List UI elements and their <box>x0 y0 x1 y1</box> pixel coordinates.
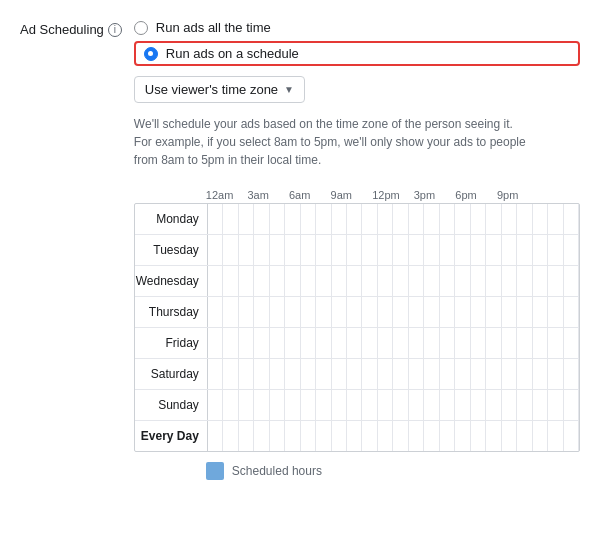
cell[interactable] <box>517 204 532 234</box>
cell[interactable] <box>424 359 439 389</box>
cell[interactable] <box>486 266 501 296</box>
cell[interactable] <box>223 328 238 358</box>
cell[interactable] <box>564 359 579 389</box>
cell[interactable] <box>393 390 408 420</box>
cell[interactable] <box>471 359 486 389</box>
cell[interactable] <box>270 266 285 296</box>
cell[interactable] <box>316 297 331 327</box>
cell[interactable] <box>517 297 532 327</box>
cell[interactable] <box>548 359 563 389</box>
cell[interactable] <box>455 359 470 389</box>
cell[interactable] <box>285 266 300 296</box>
info-icon[interactable]: i <box>108 23 122 37</box>
cell[interactable] <box>409 297 424 327</box>
cells-monday[interactable] <box>207 204 579 234</box>
cell[interactable] <box>362 266 377 296</box>
cell[interactable] <box>455 235 470 265</box>
cells-friday[interactable] <box>207 328 579 358</box>
cell[interactable] <box>270 359 285 389</box>
cell[interactable] <box>455 297 470 327</box>
cell[interactable] <box>440 421 455 451</box>
cell[interactable] <box>239 235 254 265</box>
cell[interactable] <box>208 297 223 327</box>
cell[interactable] <box>409 204 424 234</box>
cells-thursday[interactable] <box>207 297 579 327</box>
cell[interactable] <box>409 235 424 265</box>
cell[interactable] <box>564 266 579 296</box>
cell[interactable] <box>332 204 347 234</box>
cell[interactable] <box>254 266 269 296</box>
cell[interactable] <box>533 297 548 327</box>
cell[interactable] <box>486 297 501 327</box>
cell[interactable] <box>332 359 347 389</box>
cell[interactable] <box>517 328 532 358</box>
cell[interactable] <box>347 297 362 327</box>
cell[interactable] <box>424 421 439 451</box>
cell[interactable] <box>270 297 285 327</box>
cell[interactable] <box>409 390 424 420</box>
cells-sunday[interactable] <box>207 390 579 420</box>
cell[interactable] <box>517 266 532 296</box>
cells-saturday[interactable] <box>207 359 579 389</box>
cell[interactable] <box>440 235 455 265</box>
cell[interactable] <box>548 328 563 358</box>
cell[interactable] <box>564 328 579 358</box>
cell[interactable] <box>471 328 486 358</box>
cell[interactable] <box>301 266 316 296</box>
cell[interactable] <box>362 297 377 327</box>
cell[interactable] <box>486 235 501 265</box>
cell[interactable] <box>332 297 347 327</box>
cell[interactable] <box>502 235 517 265</box>
cell[interactable] <box>239 297 254 327</box>
cell[interactable] <box>393 359 408 389</box>
cell[interactable] <box>254 297 269 327</box>
cell[interactable] <box>285 235 300 265</box>
radio-schedule-box[interactable]: Run ads on a schedule <box>134 41 580 66</box>
cell[interactable] <box>301 328 316 358</box>
cell[interactable] <box>440 204 455 234</box>
cell[interactable] <box>393 266 408 296</box>
cell[interactable] <box>332 266 347 296</box>
radio-schedule[interactable]: Run ads on a schedule <box>144 46 299 61</box>
cell[interactable] <box>548 235 563 265</box>
cell[interactable] <box>548 204 563 234</box>
cell[interactable] <box>502 204 517 234</box>
cell[interactable] <box>440 328 455 358</box>
cell[interactable] <box>208 204 223 234</box>
cell[interactable] <box>378 328 393 358</box>
cell[interactable] <box>347 204 362 234</box>
cell[interactable] <box>378 266 393 296</box>
cell[interactable] <box>301 359 316 389</box>
cell[interactable] <box>223 421 238 451</box>
cell[interactable] <box>301 235 316 265</box>
cell[interactable] <box>254 328 269 358</box>
cell[interactable] <box>285 204 300 234</box>
cells-tuesday[interactable] <box>207 235 579 265</box>
cell[interactable] <box>455 328 470 358</box>
cell[interactable] <box>208 328 223 358</box>
cell[interactable] <box>208 359 223 389</box>
cell[interactable] <box>285 421 300 451</box>
cell[interactable] <box>486 390 501 420</box>
cell[interactable] <box>502 328 517 358</box>
cell[interactable] <box>332 390 347 420</box>
cells-wednesday[interactable] <box>207 266 579 296</box>
cell[interactable] <box>548 266 563 296</box>
cell[interactable] <box>455 266 470 296</box>
cell[interactable] <box>239 359 254 389</box>
cell[interactable] <box>424 204 439 234</box>
cell[interactable] <box>564 421 579 451</box>
cell[interactable] <box>301 390 316 420</box>
cell[interactable] <box>208 235 223 265</box>
cell[interactable] <box>316 390 331 420</box>
cell[interactable] <box>440 359 455 389</box>
cell[interactable] <box>424 390 439 420</box>
cell[interactable] <box>409 328 424 358</box>
cell[interactable] <box>332 328 347 358</box>
cell[interactable] <box>362 359 377 389</box>
cell[interactable] <box>347 266 362 296</box>
cell[interactable] <box>393 421 408 451</box>
cell[interactable] <box>409 266 424 296</box>
cell[interactable] <box>378 297 393 327</box>
cell[interactable] <box>533 235 548 265</box>
